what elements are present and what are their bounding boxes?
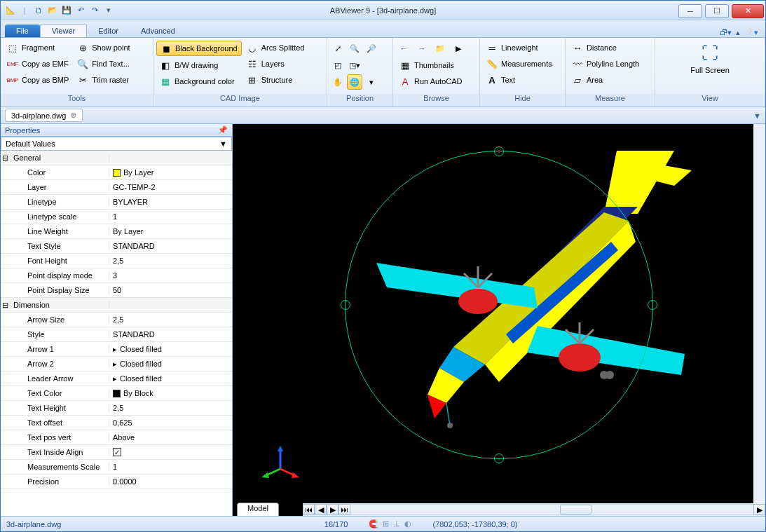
collapse-icon[interactable]: ⊟ <box>1 154 11 163</box>
collapse-icon[interactable]: ⊟ <box>1 301 11 310</box>
hide-text-button[interactable]: AText <box>483 73 556 87</box>
redo-icon[interactable]: ↷ <box>89 5 100 16</box>
prop-row[interactable]: Text ColorBy Block <box>1 386 232 401</box>
hscrollbar[interactable]: ⏮ ◀ ▶ ⏭ ▶ <box>303 503 765 516</box>
scroll-end-icon[interactable]: ▶ <box>753 504 765 515</box>
orbit-handle-s[interactable] <box>494 453 504 463</box>
prop-row[interactable]: Precision0.0000 <box>1 475 232 489</box>
zoom-out-icon[interactable]: 🔎 <box>364 41 379 56</box>
folder-icon[interactable]: 📁 <box>432 41 448 56</box>
save-icon[interactable]: 💾 <box>61 5 72 16</box>
pin-icon[interactable]: 📌 <box>218 125 228 135</box>
fit-icon[interactable]: ◰ <box>330 57 346 73</box>
prop-row[interactable]: StyleSTANDARD <box>1 327 232 342</box>
fullscreen-button[interactable]: ⛶ Full Screen <box>683 41 737 77</box>
scroll-first-icon[interactable]: ⏮ <box>303 504 315 515</box>
pan-icon[interactable]: ✋ <box>330 74 346 90</box>
prop-row[interactable]: Arrow 1▸Closed filled <box>1 342 232 357</box>
tab-editor[interactable]: Editor <box>87 25 130 37</box>
background-color-button[interactable]: ▦Background color <box>156 74 242 88</box>
scroll-thumb[interactable] <box>560 505 591 514</box>
file-menu[interactable]: File <box>5 25 40 37</box>
prop-section[interactable]: ⊟General <box>1 151 232 165</box>
3d-canvas[interactable]: ⏮ ◀ ▶ ⏭ ▶ Model <box>233 124 765 516</box>
prop-section[interactable]: ⊟Dimension <box>1 298 232 313</box>
polar-icon[interactable]: ◐ <box>404 519 411 528</box>
collapse-ribbon-icon[interactable]: ▴ <box>736 28 740 37</box>
prop-row[interactable]: Text Inside Align✓ <box>1 445 232 460</box>
close-button[interactable]: ✕ <box>732 4 764 18</box>
prop-row[interactable]: LayerGC-TEMP-2 <box>1 180 232 195</box>
doc-close-icon[interactable]: ⊗ <box>70 111 76 120</box>
doc-dropdown-icon[interactable]: ▼ <box>753 111 761 120</box>
copy-bmp-button[interactable]: BMPCopy as BMP <box>4 73 72 87</box>
scroll-last-icon[interactable]: ⏭ <box>338 504 350 515</box>
minimize-button[interactable]: ─ <box>678 4 702 18</box>
view-cube-icon[interactable]: ◳▾ <box>347 57 362 73</box>
snap-icon[interactable]: 🧲 <box>369 519 378 528</box>
prop-row[interactable]: ColorBy Layer <box>1 165 232 180</box>
arcs-splitted-button[interactable]: ◡Arcs Splitted <box>243 41 308 55</box>
position-menu-icon[interactable]: ▾ <box>364 74 379 90</box>
undo-icon[interactable]: ↶ <box>75 5 86 16</box>
structure-button[interactable]: ⊞Structure <box>243 73 308 87</box>
lineweight-button[interactable]: ═Lineweight <box>483 41 556 55</box>
measurements-button[interactable]: 📏Measurements <box>483 57 556 71</box>
zoom-extents-icon[interactable]: ⤢ <box>330 41 346 56</box>
prop-row[interactable]: Text offset0,625 <box>1 416 232 430</box>
grid-icon[interactable]: ⊞ <box>383 519 389 528</box>
prop-row[interactable]: Linetype scale1 <box>1 210 232 224</box>
bw-drawing-button[interactable]: ◧B/W drawing <box>156 58 242 72</box>
scroll-left-icon[interactable]: ◀ <box>315 504 327 515</box>
qat-menu-icon[interactable]: ▾ <box>103 5 114 16</box>
slideshow-icon[interactable]: ▶ <box>451 41 466 56</box>
orbit-handle-n[interactable] <box>494 146 504 156</box>
orbit-handle-e[interactable] <box>648 300 657 310</box>
tab-advanced[interactable]: Advanced <box>130 25 186 37</box>
open-icon[interactable]: 📂 <box>47 5 58 16</box>
prop-row[interactable]: Measurements Scale1 <box>1 460 232 475</box>
checkbox-icon[interactable]: ✓ <box>113 448 121 456</box>
prop-row[interactable]: Arrow 2▸Closed filled <box>1 357 232 371</box>
prop-row[interactable]: Font Height2,5 <box>1 254 232 268</box>
find-text-button[interactable]: 🔍Find Text... <box>74 57 133 71</box>
fragment-button[interactable]: ⬚Fragment <box>4 41 72 55</box>
model-tab[interactable]: Model <box>237 503 279 516</box>
maximize-button[interactable]: ☐ <box>705 4 729 18</box>
show-point-button[interactable]: ⊕Show point <box>74 41 133 55</box>
tab-viewer[interactable]: Viewer <box>40 24 87 37</box>
next-icon[interactable]: → <box>414 41 430 56</box>
scroll-right-icon[interactable]: ▶ <box>327 504 338 515</box>
black-background-button[interactable]: ◼Black Background <box>156 41 242 56</box>
ortho-icon[interactable]: ⊥ <box>393 519 400 528</box>
thumbnails-button[interactable]: ▦Thumbnails <box>396 58 466 72</box>
layers-button[interactable]: ☷Layers <box>243 57 308 71</box>
prop-row[interactable]: Point Display Size50 <box>1 283 232 298</box>
properties-selector[interactable]: Default Values ▼ <box>1 137 232 151</box>
run-autocad-button[interactable]: ARun AutoCAD <box>396 74 466 88</box>
area-button[interactable]: ▱Area <box>568 73 643 87</box>
prop-row[interactable]: Point display mode3 <box>1 268 232 283</box>
zoom-in-icon[interactable]: 🔍 <box>347 41 362 56</box>
prop-row[interactable]: Leader Arrow▸Closed filled <box>1 371 232 386</box>
polyline-button[interactable]: 〰Polyline Length <box>568 57 643 71</box>
trim-raster-button[interactable]: ✂Trim raster <box>74 73 133 87</box>
prop-row[interactable]: Text StyleSTANDARD <box>1 239 232 254</box>
viewport[interactable]: ⏮ ◀ ▶ ⏭ ▶ Model <box>233 124 765 516</box>
style-icon[interactable]: 🗗▾ <box>720 28 732 37</box>
orbit-ring[interactable] <box>345 151 653 459</box>
doc-tab[interactable]: 3d-airplane.dwg ⊗ <box>5 109 83 122</box>
help-icon[interactable]: ❔▾ <box>744 28 758 37</box>
distance-button[interactable]: ↔Distance <box>568 41 643 55</box>
prop-row[interactable]: Line WeightBy Layer <box>1 224 232 239</box>
vscrollbar[interactable] <box>753 124 765 503</box>
prev-icon[interactable]: ← <box>396 41 411 56</box>
orbit-icon[interactable]: 🌐 <box>347 74 362 90</box>
new-icon[interactable]: 🗋 <box>33 5 44 16</box>
prop-row[interactable]: LinetypeBYLAYER <box>1 195 232 210</box>
orbit-handle-w[interactable] <box>341 300 350 310</box>
prop-row[interactable]: Text Height2,5 <box>1 401 232 416</box>
prop-row[interactable]: Text pos vertAbove <box>1 430 232 445</box>
prop-row[interactable]: Arrow Size2,5 <box>1 313 232 327</box>
copy-emf-button[interactable]: EMFCopy as EMF <box>4 57 72 71</box>
